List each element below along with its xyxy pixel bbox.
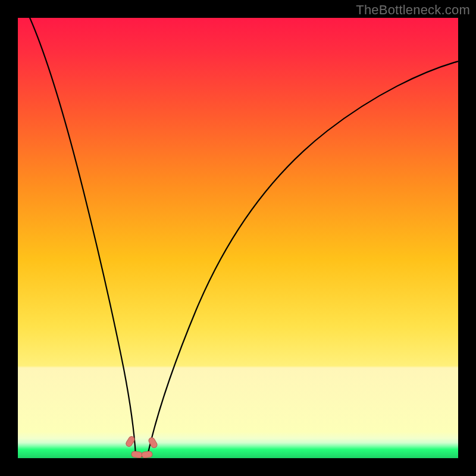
plot-area: [18, 18, 458, 458]
watermark-text: TheBottleneck.com: [356, 2, 470, 18]
gradient-bg: [18, 18, 458, 458]
marker-3: [142, 451, 153, 458]
svg-rect-2: [142, 451, 153, 458]
chart-svg: [18, 18, 458, 458]
chart-frame: TheBottleneck.com: [0, 0, 476, 476]
